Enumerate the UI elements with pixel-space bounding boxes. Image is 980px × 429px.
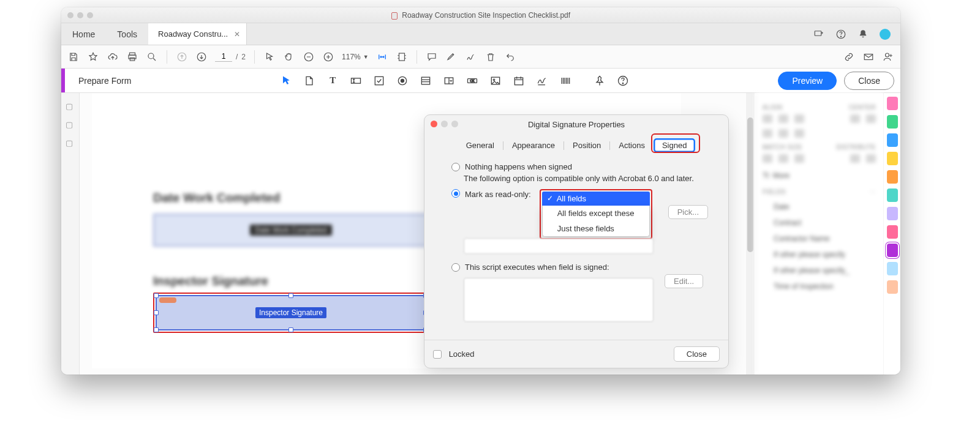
tab-home[interactable]: Home: [61, 23, 106, 45]
print-icon[interactable]: [126, 51, 138, 63]
resize-handle[interactable]: [288, 327, 293, 332]
image-field-tool-icon[interactable]: [489, 75, 502, 87]
traffic-lights[interactable]: [67, 12, 93, 18]
tab-document[interactable]: Roadway Constru... ✕: [148, 23, 247, 45]
select-tool-icon[interactable]: [280, 75, 292, 87]
fit-page-icon[interactable]: [396, 51, 408, 63]
edit-text-tool-icon[interactable]: [303, 75, 315, 87]
barcode-tool-icon[interactable]: [559, 75, 571, 87]
radio-readonly[interactable]: [451, 189, 460, 198]
dd-option-just[interactable]: Just these fields: [543, 221, 649, 236]
zoom-dropdown[interactable]: 117% ▼: [342, 53, 369, 61]
save-icon[interactable]: [67, 51, 80, 63]
hand-pan-icon[interactable]: [283, 51, 295, 63]
tab-tools[interactable]: Tools: [106, 23, 148, 45]
button-tool-icon[interactable]: OK: [466, 75, 478, 87]
highlight-icon[interactable]: [445, 51, 458, 63]
locked-checkbox[interactable]: [433, 350, 442, 359]
field-list-item[interactable]: Time of Inspection: [763, 278, 876, 294]
comment-icon[interactable]: [426, 51, 438, 63]
field-list-item[interactable]: If other please specify: [763, 247, 876, 263]
share-user-icon[interactable]: [882, 51, 894, 63]
resize-handle[interactable]: [288, 293, 293, 298]
resize-handle[interactable]: [154, 310, 159, 315]
attachments-icon[interactable]: ▢: [66, 138, 75, 148]
field-list-item[interactable]: Contract: [763, 215, 876, 231]
readonly-dropdown[interactable]: All fields All fields except these Just …: [542, 192, 650, 237]
tool-rail-item[interactable]: [887, 280, 898, 294]
thumbnails-icon[interactable]: ▢: [66, 102, 75, 111]
tool-rail-item[interactable]: [887, 262, 898, 275]
field-list-item[interactable]: Contractor Name: [763, 231, 876, 247]
edit-button[interactable]: Edit...: [665, 274, 703, 288]
text-field-tool-icon[interactable]: [350, 75, 362, 87]
trash-icon[interactable]: [484, 51, 497, 63]
tool-rail-item[interactable]: [887, 97, 898, 110]
scroll-thumb[interactable]: [747, 118, 753, 252]
dd-option-all[interactable]: All fields: [542, 192, 650, 206]
tab-signed[interactable]: Signed: [654, 138, 695, 152]
opt-nothing-row[interactable]: Nothing happens when signed: [451, 162, 720, 171]
radio-script[interactable]: [451, 263, 460, 272]
page-current-input[interactable]: [215, 51, 232, 62]
link-icon[interactable]: [843, 51, 855, 63]
dialog-close-button[interactable]: Close: [674, 346, 720, 362]
help-icon[interactable]: [835, 29, 846, 40]
help-form-icon[interactable]: [617, 75, 629, 87]
readonly-fields-input[interactable]: [464, 238, 654, 254]
bookmarks-icon[interactable]: ▢: [66, 120, 75, 130]
listbox-tool-icon[interactable]: [420, 75, 432, 87]
rp-more-label[interactable]: More: [773, 171, 790, 180]
tool-rail-item[interactable]: [887, 170, 898, 184]
tool-rail-item[interactable]: [887, 188, 898, 202]
tool-rail-item[interactable]: [887, 133, 898, 147]
pick-button[interactable]: Pick...: [668, 205, 708, 219]
zoom-in-icon[interactable]: [322, 51, 334, 63]
tool-rail-item[interactable]: [887, 152, 898, 165]
radio-tool-icon[interactable]: [396, 75, 409, 87]
zoom-out-icon[interactable]: [303, 51, 315, 63]
tool-rail-item[interactable]: [887, 225, 898, 239]
script-textarea[interactable]: [464, 278, 654, 322]
dd-option-except[interactable]: All fields except these: [543, 206, 649, 221]
pin-icon[interactable]: [594, 75, 606, 87]
traffic-close-icon[interactable]: [67, 12, 74, 18]
star-icon[interactable]: [87, 51, 99, 63]
page-down-icon[interactable]: [195, 51, 208, 63]
tool-rail-item-active[interactable]: [887, 244, 898, 257]
undo-icon[interactable]: [504, 51, 516, 63]
tab-general[interactable]: General: [458, 138, 503, 152]
date-field-tool-icon[interactable]: [513, 75, 525, 87]
user-avatar[interactable]: [880, 29, 891, 40]
page-up-icon[interactable]: [176, 51, 188, 63]
search-icon[interactable]: [146, 51, 158, 63]
mail-icon[interactable]: [862, 51, 875, 63]
traffic-max-icon[interactable]: [87, 12, 93, 18]
tool-rail-item[interactable]: [887, 207, 898, 220]
field-list-item[interactable]: Date: [763, 199, 876, 215]
sign-icon[interactable]: [465, 51, 477, 63]
tool-rail-item[interactable]: [887, 115, 898, 129]
signature-field[interactable]: Inspector Signature: [156, 295, 426, 330]
close-mode-button[interactable]: Close: [844, 72, 894, 90]
opt-script-row[interactable]: This script executes when field is signe…: [451, 263, 720, 272]
dropdown-tool-icon[interactable]: [443, 75, 455, 87]
tab-position[interactable]: Position: [564, 138, 609, 152]
preview-button[interactable]: Preview: [778, 72, 837, 90]
resize-handle[interactable]: [154, 327, 159, 332]
document-canvas[interactable]: Date Work Completed Date Work Completed …: [80, 93, 755, 375]
date-field-box[interactable]: Date Work Completed: [153, 214, 429, 247]
fit-width-icon[interactable]: [376, 51, 388, 63]
locked-checkbox-row[interactable]: Locked: [433, 349, 475, 359]
selection-arrow-icon[interactable]: [263, 51, 276, 63]
vertical-scrollbar[interactable]: [746, 93, 755, 375]
tab-actions[interactable]: Actions: [610, 138, 654, 152]
field-list-item[interactable]: If other please specify_: [763, 263, 876, 278]
signature-tool-icon[interactable]: [536, 75, 548, 87]
cloud-upload-icon[interactable]: [107, 51, 119, 63]
dialog-traffic-lights[interactable]: [431, 121, 458, 127]
radio-nothing[interactable]: [451, 163, 460, 171]
bell-icon[interactable]: [858, 29, 869, 40]
device-connect-icon[interactable]: [813, 29, 824, 40]
tab-appearance[interactable]: Appearance: [503, 138, 564, 152]
